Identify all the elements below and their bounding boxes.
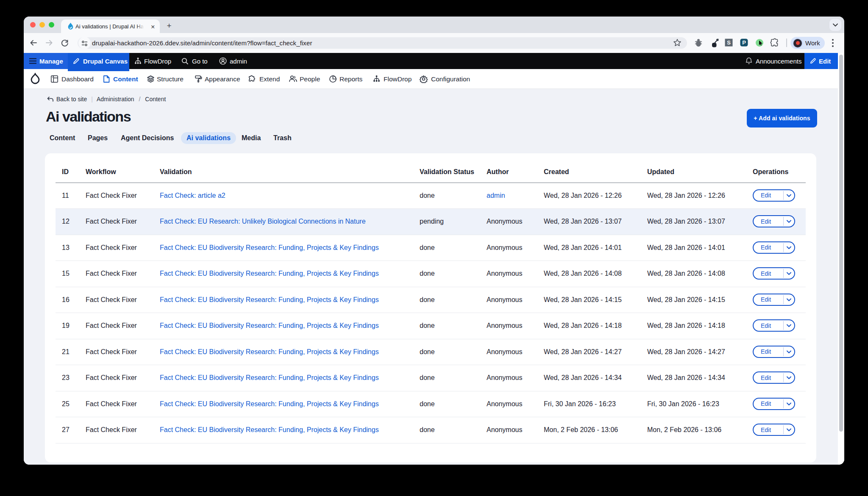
svg-text:P: P: [742, 39, 746, 46]
svg-text:S: S: [727, 39, 731, 46]
